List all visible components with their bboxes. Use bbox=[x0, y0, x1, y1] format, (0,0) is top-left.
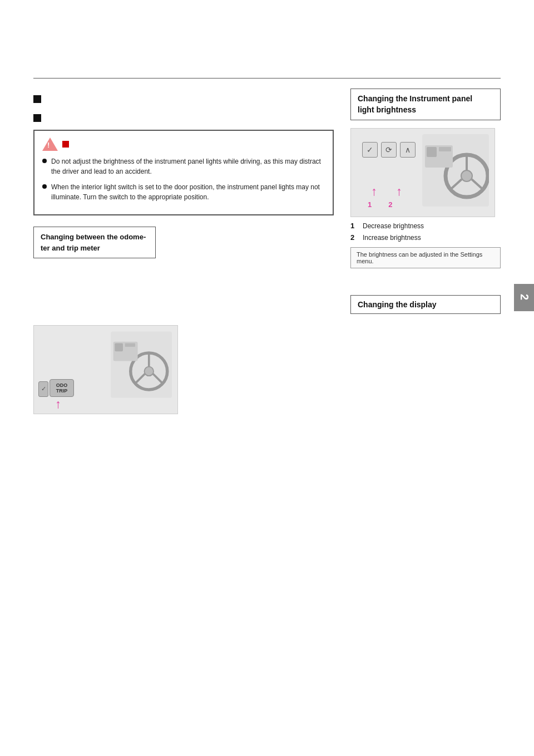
instrument-panel-label-box: Changing the Instrument panellight brigh… bbox=[350, 89, 501, 120]
section-header-1 bbox=[33, 94, 334, 103]
left-column: Do not adjust the brightness of the inst… bbox=[33, 89, 345, 314]
num-2: 2 bbox=[350, 233, 358, 243]
page-number-tab: 2 bbox=[514, 284, 534, 311]
num-1: 1 bbox=[350, 222, 358, 231]
odo-btn-line1: ODO bbox=[56, 382, 68, 388]
steering-wheel-sketch bbox=[422, 134, 489, 207]
warning-red-square-icon bbox=[62, 141, 69, 148]
bottom-steering-sketch bbox=[111, 331, 172, 398]
warning-bullet-1-text: Do not adjust the brightness of the inst… bbox=[51, 156, 325, 176]
svg-rect-17 bbox=[125, 343, 135, 346]
display-label-text: Changing the display bbox=[358, 300, 437, 309]
pink-arrow-2: ↑ bbox=[396, 184, 402, 199]
main-content: Do not adjust the brightness of the inst… bbox=[0, 78, 534, 314]
black-square-2 bbox=[33, 114, 41, 122]
pink-up-arrow-bottom: ↑ bbox=[55, 397, 61, 411]
bottom-label-area: Changing between the odome- ter and trip… bbox=[33, 227, 334, 258]
odo-trip-button[interactable]: ODO TRIP bbox=[50, 379, 74, 397]
right-column: Changing the Instrument panellight brigh… bbox=[345, 89, 501, 314]
bottom-car-area: ODO TRIP ✓ ↑ bbox=[0, 325, 534, 414]
num-2-text: Increase brightness bbox=[363, 233, 421, 243]
pink-arrow-1: ↑ bbox=[371, 184, 377, 199]
bullet-dot-1 bbox=[42, 159, 47, 163]
warning-bullet-1: Do not adjust the brightness of the inst… bbox=[42, 156, 325, 176]
arrow-number-labels: 1 2 bbox=[368, 200, 392, 209]
display-label-box: Changing the display bbox=[350, 295, 501, 314]
svg-rect-8 bbox=[439, 147, 451, 151]
note-box: The brightness can be adjusted in the Se… bbox=[350, 247, 501, 268]
num-item-2: 2 Increase brightness bbox=[350, 233, 501, 243]
controls-row: ✓ ⟳ ∧ bbox=[362, 142, 416, 158]
svg-point-11 bbox=[145, 366, 154, 376]
car-diagram-brightness: ✓ ⟳ ∧ ↑ ↑ 1 2 bbox=[350, 128, 495, 217]
warning-header bbox=[42, 138, 325, 151]
arrow-num-1: 1 bbox=[368, 200, 372, 209]
svg-rect-16 bbox=[115, 343, 123, 351]
ctrl-sync-btn[interactable]: ⟳ bbox=[381, 142, 397, 158]
odo-btn-line2: TRIP bbox=[56, 388, 68, 394]
page-container: Do not adjust the brightness of the inst… bbox=[0, 78, 534, 756]
bullet-dot-2 bbox=[42, 184, 47, 189]
arrow-num-2: 2 bbox=[388, 200, 392, 209]
page-number: 2 bbox=[518, 294, 531, 301]
warning-bullet-2: When the interior light switch is set to… bbox=[42, 182, 325, 202]
instrument-panel-label-text: Changing the Instrument panellight brigh… bbox=[358, 94, 472, 114]
pink-arrow-labels: ↑ ↑ bbox=[371, 184, 402, 199]
odometer-label-box: Changing between the odome- ter and trip… bbox=[33, 227, 156, 258]
ctrl-check-btn[interactable]: ✓ bbox=[362, 142, 378, 158]
svg-rect-7 bbox=[427, 147, 437, 157]
black-square-1 bbox=[33, 95, 41, 103]
warning-bullet-2-text: When the interior light switch is set to… bbox=[51, 182, 325, 202]
num-list: 1 Decrease brightness 2 Increase brightn… bbox=[350, 222, 501, 268]
odometer-label-text: Changing between the odome- ter and trip… bbox=[41, 233, 146, 252]
bottom-car-diagram: ODO TRIP ✓ ↑ bbox=[33, 325, 178, 414]
svg-point-2 bbox=[461, 170, 472, 181]
ctrl-up-btn[interactable]: ∧ bbox=[400, 142, 416, 158]
num-item-1: 1 Decrease brightness bbox=[350, 222, 501, 231]
section-header-2 bbox=[33, 113, 334, 122]
note-text: The brightness can be adjusted in the Se… bbox=[357, 251, 482, 264]
warning-triangle-icon bbox=[42, 138, 58, 151]
warning-box: Do not adjust the brightness of the inst… bbox=[33, 130, 334, 215]
check-button-bottom[interactable]: ✓ bbox=[38, 381, 48, 397]
num-1-text: Decrease brightness bbox=[363, 222, 424, 231]
